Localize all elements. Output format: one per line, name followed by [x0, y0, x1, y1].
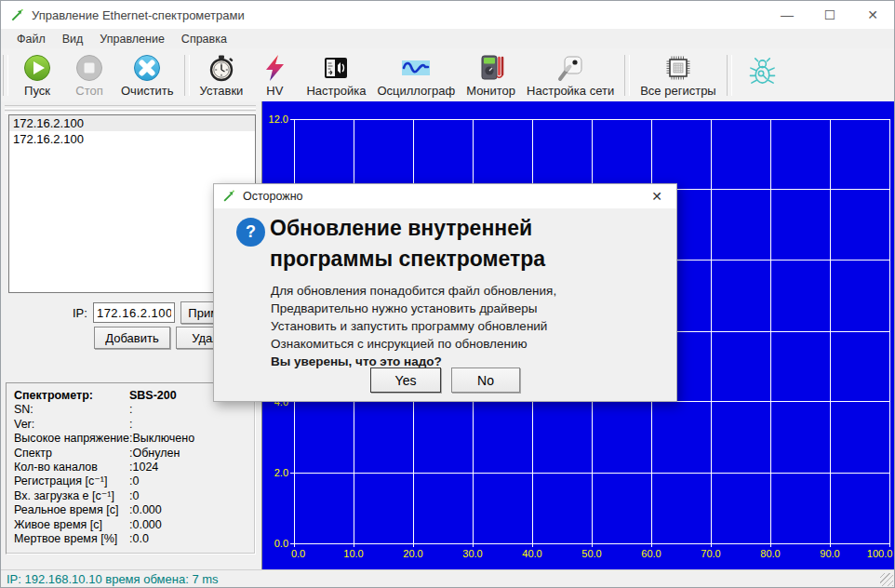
- lightning-icon: [260, 53, 288, 83]
- x-tick-mark: [473, 543, 474, 547]
- info-value: SBS-200: [129, 389, 177, 403]
- ip-input[interactable]: [93, 302, 175, 323]
- dialog-text-line: Установить и запустить программу обновле…: [271, 317, 556, 335]
- list-item[interactable]: 172.16.2.100: [9, 131, 255, 147]
- presets-button[interactable]: Уставки: [194, 51, 249, 99]
- oscilloscope-label: Осциллограф: [377, 84, 455, 98]
- warning-dialog: Осторожно ✕ ? Обновление внутренней прог…: [213, 183, 677, 402]
- x-tick-mark: [770, 543, 771, 547]
- menu-bar: Файл Вид Управление Справка: [1, 29, 894, 48]
- app-wand-icon: [222, 190, 235, 203]
- toolbar-grip: [3, 55, 8, 96]
- bug-wrench-icon: [747, 56, 778, 86]
- hv-label: HV: [266, 84, 283, 98]
- info-value: :0.000: [129, 518, 162, 532]
- settings-label: Настройка: [306, 84, 366, 98]
- dialog-body: Для обновления понадобится файл обновлен…: [271, 282, 556, 370]
- toolbar-separator: [624, 55, 630, 96]
- x-tick-label: 80.0: [760, 548, 780, 559]
- settings-button[interactable]: Настройка: [301, 51, 371, 99]
- info-value: :Выключено: [129, 432, 194, 446]
- x-tick-mark: [889, 543, 890, 547]
- window-title: Управление Ethernet-спектрометрами: [32, 8, 245, 22]
- dialog-close-button[interactable]: ✕: [637, 184, 676, 208]
- x-tick-mark: [413, 543, 414, 547]
- gridline-horizontal: [294, 543, 889, 544]
- info-label: Кол-во каналов: [14, 461, 129, 474]
- dialog-text-line: Для обновления понадобится файл обновлен…: [271, 282, 556, 300]
- monitor-button[interactable]: Монитор: [461, 51, 521, 99]
- yes-button[interactable]: Yes: [370, 368, 441, 393]
- chip-icon: [664, 53, 692, 83]
- x-tick-label: 0.0: [291, 548, 305, 559]
- info-label: Реальное время [с]: [14, 503, 129, 517]
- ip-label: IP:: [73, 306, 87, 320]
- y-tick-label: 0.0: [274, 538, 288, 549]
- menu-control[interactable]: Управление: [91, 31, 173, 47]
- y-tick-mark: [290, 473, 294, 474]
- info-label: Мертвое время [%]: [14, 532, 129, 546]
- maximize-button[interactable]: ☐: [808, 1, 851, 29]
- dialog-title: Осторожно: [243, 190, 303, 203]
- presets-label: Уставки: [200, 84, 244, 98]
- stop-icon: [75, 53, 103, 83]
- add-button[interactable]: Добавить: [94, 327, 170, 349]
- x-tick-mark: [354, 543, 354, 547]
- close-button[interactable]: ✕: [851, 1, 894, 29]
- play-icon: [23, 53, 51, 83]
- dialog-heading-line2: программы спектрометра: [270, 244, 545, 274]
- menu-help[interactable]: Справка: [173, 31, 235, 47]
- dialog-heading-line1: Обновление внутренней: [270, 213, 545, 244]
- network-settings-button[interactable]: Настройка сети: [521, 51, 620, 99]
- settings-icon: [322, 53, 350, 83]
- title-bar: Управление Ethernet-спектрометрами — ☐ ✕: [1, 1, 894, 29]
- registers-button[interactable]: Все регистры: [635, 51, 722, 99]
- monitor-label: Монитор: [466, 84, 515, 98]
- toolbar-separator: [184, 55, 190, 96]
- info-value: :Обнулен: [129, 447, 180, 461]
- toolbar-separator: [727, 55, 732, 96]
- info-label: SN:: [14, 403, 129, 417]
- app-window: Управление Ethernet-спектрометрами — ☐ ✕…: [0, 0, 895, 588]
- debug-button[interactable]: [737, 54, 789, 87]
- x-tick-mark: [651, 543, 652, 547]
- dialog-heading: Обновление внутренней программы спектром…: [270, 213, 545, 274]
- app-wand-icon: [10, 8, 24, 22]
- network-settings-label: Настройка сети: [527, 84, 614, 98]
- network-probe-icon: [556, 53, 584, 83]
- menu-file[interactable]: Файл: [8, 31, 54, 47]
- x-tick-label: 50.0: [581, 548, 601, 559]
- hv-button[interactable]: HV: [248, 51, 301, 99]
- y-tick-mark: [290, 543, 294, 544]
- panel-grip: [5, 110, 256, 114]
- info-value: :0: [129, 474, 139, 488]
- info-value: :0.0: [129, 532, 149, 546]
- menu-view[interactable]: Вид: [54, 31, 92, 47]
- minimize-button[interactable]: —: [766, 1, 808, 29]
- y-tick-label: 12.0: [269, 114, 288, 125]
- x-tick-label: 30.0: [462, 548, 482, 559]
- info-value: :0: [129, 489, 139, 503]
- gridline-horizontal: [294, 119, 889, 120]
- resize-grip[interactable]: [880, 573, 893, 586]
- x-tick-mark: [532, 543, 533, 547]
- list-item[interactable]: 172.16.2.100: [9, 115, 255, 131]
- no-button[interactable]: No: [451, 368, 520, 393]
- info-label: Спектр: [14, 447, 129, 461]
- stopwatch-icon: [207, 53, 235, 83]
- run-label: Пуск: [24, 84, 50, 98]
- clear-button[interactable]: Очистить: [115, 51, 180, 99]
- x-tick-label: 10.0: [343, 548, 363, 559]
- stop-label: Стоп: [75, 84, 102, 98]
- y-tick-mark: [290, 119, 294, 120]
- x-tick-label: 70.0: [701, 548, 720, 559]
- dialog-text-line: Ознакомиться с инсрукцией по обновлению: [271, 335, 556, 353]
- run-button[interactable]: Пуск: [11, 51, 63, 99]
- oscilloscope-button[interactable]: Осциллограф: [371, 51, 461, 99]
- panel-grip: [5, 105, 256, 109]
- question-icon: ?: [236, 218, 265, 247]
- stop-button[interactable]: Стоп: [63, 51, 115, 99]
- multimeter-icon: [477, 53, 505, 83]
- info-value: :: [129, 403, 132, 417]
- x-tick-mark: [592, 543, 593, 547]
